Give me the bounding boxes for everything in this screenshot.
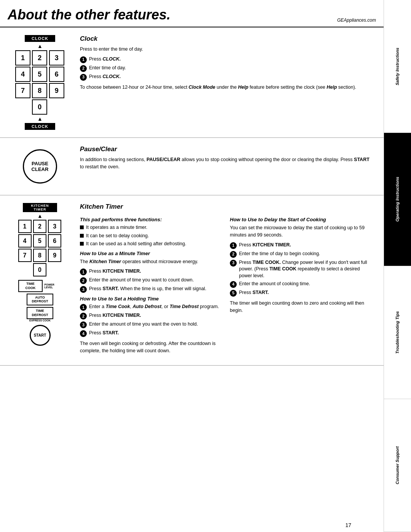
sidebar-safety: Safety Instructions [384, 0, 411, 133]
minute-step-2-text: Enter the amount of time you want to cou… [89, 277, 194, 284]
delay-step-1-text: Press KITCHEN TIMER. [239, 242, 291, 249]
pause-section: PAUSE CLEAR Pause/Clear In addition to c… [0, 138, 384, 195]
key-7[interactable]: 7 [15, 83, 30, 98]
delay-steps: 1 Press KITCHEN TIMER. 2 Enter the time … [230, 242, 372, 297]
holding-step-4-text: Press START. [89, 330, 119, 337]
key-2[interactable]: 2 [32, 50, 47, 66]
k-key-7[interactable]: 7 [18, 249, 32, 262]
minute-step-num-3: 3 [80, 286, 87, 293]
page-wrapper: About the other features. GEAppliances.c… [0, 0, 411, 532]
key-5[interactable]: 5 [32, 67, 47, 82]
clock-extra-text: To choose between 12-hour or 24-hour tim… [80, 84, 372, 91]
express-cook-label: EXPRESS COOK [29, 319, 51, 322]
key-8[interactable]: 8 [32, 83, 47, 98]
minute-steps: 1 Press KITCHEN TIMER. 2 Enter the amoun… [80, 268, 222, 293]
holding-step-1-text: Enter a Time Cook, Auto Defrost, or Time… [89, 304, 219, 310]
k-key-4[interactable]: 4 [18, 234, 32, 248]
delay-intro: You can set the microwave to delay the s… [230, 224, 372, 239]
sidebar-troubleshooting-text: Troubleshooting Tips [395, 311, 400, 354]
key-3[interactable]: 3 [49, 50, 64, 66]
sidebar-consumer: Consumer Support [384, 399, 411, 532]
clock-steps: 1 Press CLOCK. 2 Enter time of day. 3 Pr… [80, 56, 372, 81]
bullet-square-2 [80, 234, 84, 238]
pause-title: Pause/Clear [80, 145, 372, 153]
start-button[interactable]: START [30, 325, 51, 346]
delay-step-2-text: Enter the time of day to begin cooking. [239, 251, 320, 257]
clock-step-2-text: Enter time of day. [89, 65, 126, 72]
auto-defrost-button[interactable]: AUTODEFROST [27, 294, 53, 306]
bullet-3: It can be used as a hold setting after d… [80, 241, 222, 248]
time-defrost-button[interactable]: TIMEDEFROST [27, 307, 53, 319]
bullet-square-1 [80, 225, 84, 229]
clock-keypad-area: CLOCK ▲ 1 2 3 4 5 6 7 8 9 0 ▲ CLOCK [6, 35, 74, 130]
page-header: About the other features. GEAppliances.c… [0, 0, 384, 27]
holding-step-num-1: 1 [80, 304, 87, 311]
clock-section: CLOCK ▲ 1 2 3 4 5 6 7 8 9 0 ▲ CLOCK [0, 27, 384, 138]
minute-step-2: 2 Enter the amount of time you want to c… [80, 277, 222, 284]
website-url: GEAppliances.com [337, 18, 376, 23]
delay-step-num-3: 3 [230, 260, 237, 267]
delay-title: How to Use to Delay the Start of Cooking [230, 217, 372, 222]
holding-step-num-4: 4 [80, 330, 87, 337]
bullet-1: It operates as a minute timer. [80, 224, 222, 231]
bullet-3-text: It can be used as a hold setting after d… [86, 241, 186, 248]
clock-keypad-grid: 1 2 3 4 5 6 7 8 9 0 [15, 50, 65, 115]
kitchen-keypad-area: KITCHENTIMER ▲ 1 2 3 4 5 6 7 8 9 0 [6, 203, 74, 358]
k-key-6[interactable]: 6 [48, 234, 61, 248]
clock-step-num-1: 1 [80, 56, 87, 63]
pause-clear-button[interactable]: PAUSE CLEAR [23, 149, 57, 184]
kitchen-timer-title: Kitchen Timer [80, 203, 372, 211]
kitchen-arrow: ▲ [37, 213, 43, 219]
kitchen-keypad-label: KITCHENTIMER [23, 203, 57, 212]
delay-step-3-text: Press TIME COOK. Change power level if y… [239, 259, 372, 280]
time-cook-row: TIMECOOK POWER LEVEL [18, 280, 62, 292]
clock-step-1: 1 Press CLOCK. [80, 56, 372, 63]
bullet-2-text: It can be set to delay cooking. [86, 233, 149, 240]
key-0[interactable]: 0 [32, 99, 47, 115]
sidebar-safety-text: Safety Instructions [395, 48, 400, 85]
k-key-8[interactable]: 8 [33, 249, 46, 262]
key-6[interactable]: 6 [49, 67, 64, 82]
holding-step-3-text: Enter the amount of time you want the ov… [89, 321, 198, 328]
clock-step-2: 2 Enter time of day. [80, 65, 372, 72]
clock-top-arrow: ▲ [37, 43, 43, 49]
k-key-1[interactable]: 1 [18, 220, 32, 233]
key-9[interactable]: 9 [49, 83, 64, 98]
minute-step-3-text: Press START. When the time is up, the ti… [89, 286, 206, 292]
delay-step-num-5: 5 [230, 290, 237, 297]
time-cook-button[interactable]: TIMECOOK [18, 280, 43, 292]
clock-description: Clock Press to enter the time of day. 1 … [74, 35, 378, 130]
kitchen-timer-section: KITCHENTIMER ▲ 1 2 3 4 5 6 7 8 9 0 [0, 195, 384, 366]
sidebar-operating-text: Operating Instructions [395, 177, 400, 222]
holding-step-num-3: 3 [80, 321, 87, 328]
key-4[interactable]: 4 [15, 67, 30, 82]
side-buttons-area: TIMECOOK POWER LEVEL AUTODEFROST TIMEDEF… [18, 280, 62, 346]
clock-step-3-text: Press CLOCK. [89, 73, 121, 80]
clock-bottom-arrow: ▲ [37, 116, 43, 121]
holding-steps: 1 Enter a Time Cook, Auto Defrost, or Ti… [80, 304, 222, 337]
key-1[interactable]: 1 [15, 50, 30, 66]
k-key-9[interactable]: 9 [48, 249, 61, 262]
bullet-1-text: It operates as a minute timer. [86, 224, 147, 231]
delay-step-num-4: 4 [230, 281, 237, 288]
minute-timer-title: How to Use as a Minute Timer [80, 251, 222, 256]
start-label: START [34, 333, 46, 337]
delay-footer: The timer will begin counting down to ze… [230, 300, 372, 314]
sidebar-troubleshooting: Troubleshooting Tips [384, 266, 411, 399]
holding-step-1: 1 Enter a Time Cook, Auto Defrost, or Ti… [80, 304, 222, 311]
kitchen-right-col: How to Use to Delay the Start of Cooking… [230, 214, 372, 358]
right-sidebar: Safety Instructions Operating Instructio… [384, 0, 411, 532]
delay-step-4: 4 Enter the amount of cooking time. [230, 281, 372, 288]
k-key-0[interactable]: 0 [33, 263, 46, 276]
power-level-label: POWER LEVEL [44, 283, 62, 289]
page-title: About the other features. [8, 7, 170, 23]
kitchen-keypad-grid: 1 2 3 4 5 6 7 8 9 0 [18, 220, 62, 276]
clock-step-num-3: 3 [80, 74, 87, 81]
bullet-2: It can be set to delay cooking. [80, 233, 222, 240]
minute-step-num-2: 2 [80, 277, 87, 284]
minute-timer-intro: The Kitchen Timer operates without micro… [80, 258, 222, 265]
delay-step-2: 2 Enter the time of day to begin cooking… [230, 251, 372, 258]
k-key-2[interactable]: 2 [33, 220, 46, 233]
k-key-3[interactable]: 3 [48, 220, 61, 233]
k-key-5[interactable]: 5 [33, 234, 46, 248]
